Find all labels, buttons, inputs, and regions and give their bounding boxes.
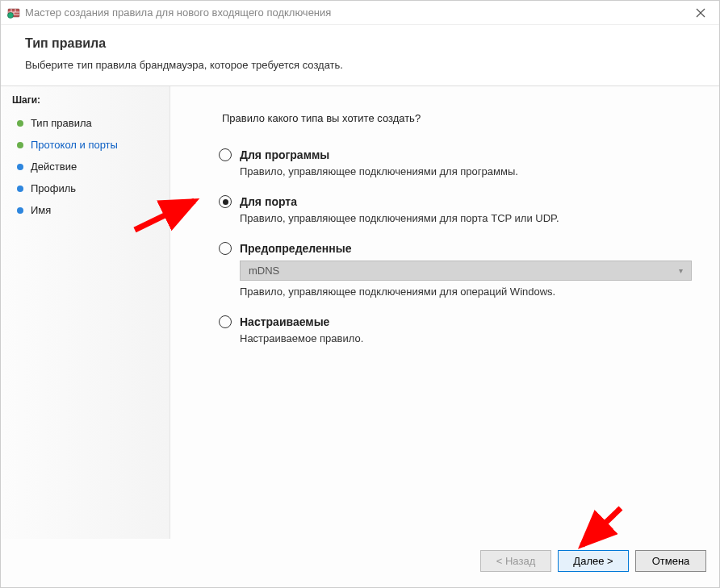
option-custom-desc: Настраиваемое правило.	[240, 332, 705, 344]
option-port: Для порта Правило, управляющее подключен…	[219, 195, 705, 224]
option-predefined-label: Предопределенные	[240, 242, 351, 255]
radio-predefined[interactable]	[219, 242, 232, 255]
wizard-footer: < Назад Далее > Отмена	[1, 539, 719, 587]
close-button[interactable]	[689, 5, 713, 21]
chevron-down-icon: ▾	[679, 266, 683, 275]
step-label: Тип правила	[31, 117, 92, 129]
step-protocol-ports[interactable]: Протокол и порты	[12, 134, 170, 156]
back-button[interactable]: < Назад	[480, 550, 551, 572]
option-program: Для программы Правило, управляющее подкл…	[219, 148, 705, 177]
bullet-icon	[17, 120, 23, 127]
option-program-label: Для программы	[240, 148, 329, 161]
option-port-desc: Правило, управляющее подключениями для п…	[240, 212, 705, 224]
bullet-icon	[17, 207, 23, 214]
dropdown-value: mDNS	[249, 265, 279, 277]
wizard-body: Шаги: Тип правила Протокол и порты Дейст…	[1, 86, 719, 539]
main-panel: Правило какого типа вы хотите создать? Д…	[170, 86, 719, 539]
step-name[interactable]: Имя	[12, 199, 170, 221]
titlebar: Мастер создания правила для нового входя…	[1, 1, 719, 25]
radio-port[interactable]	[219, 195, 232, 208]
option-port-label: Для порта	[240, 195, 297, 208]
option-custom: Настраиваемые Настраиваемое правило.	[219, 315, 705, 344]
option-predefined-desc: Правило, управляющее подключениями для о…	[240, 286, 705, 298]
next-button[interactable]: Далее >	[558, 550, 629, 572]
step-label: Профиль	[31, 182, 76, 194]
step-label: Действие	[31, 161, 77, 173]
bullet-icon	[17, 142, 23, 148]
step-rule-type[interactable]: Тип правила	[12, 112, 170, 134]
bullet-icon	[17, 186, 23, 192]
page-subtitle: Выберите тип правила брандмауэра, которо…	[25, 59, 695, 71]
option-program-desc: Правило, управляющее подключениями для п…	[240, 165, 705, 177]
sidebar: Шаги: Тип правила Протокол и порты Дейст…	[1, 86, 170, 539]
page-title: Тип правила	[25, 36, 695, 51]
main-question: Правило какого типа вы хотите создать?	[222, 112, 705, 124]
sidebar-title: Шаги:	[12, 94, 170, 106]
radio-program[interactable]	[219, 148, 232, 161]
wizard-window: Мастер создания правила для нового входя…	[0, 0, 720, 588]
bullet-icon	[17, 164, 23, 170]
option-custom-label: Настраиваемые	[240, 315, 329, 328]
step-label: Имя	[31, 204, 51, 216]
step-label: Протокол и порты	[31, 139, 118, 151]
titlebar-text: Мастер создания правила для нового входя…	[25, 6, 331, 19]
firewall-icon	[7, 6, 20, 19]
step-profile[interactable]: Профиль	[12, 177, 170, 199]
predefined-dropdown[interactable]: mDNS ▾	[240, 261, 692, 281]
step-action[interactable]: Действие	[12, 156, 170, 177]
cancel-button[interactable]: Отмена	[635, 550, 706, 572]
option-predefined: Предопределенные mDNS ▾ Правило, управля…	[219, 242, 705, 298]
svg-point-6	[8, 12, 14, 18]
radio-custom[interactable]	[219, 315, 232, 328]
wizard-header: Тип правила Выберите тип правила брандма…	[1, 25, 719, 86]
